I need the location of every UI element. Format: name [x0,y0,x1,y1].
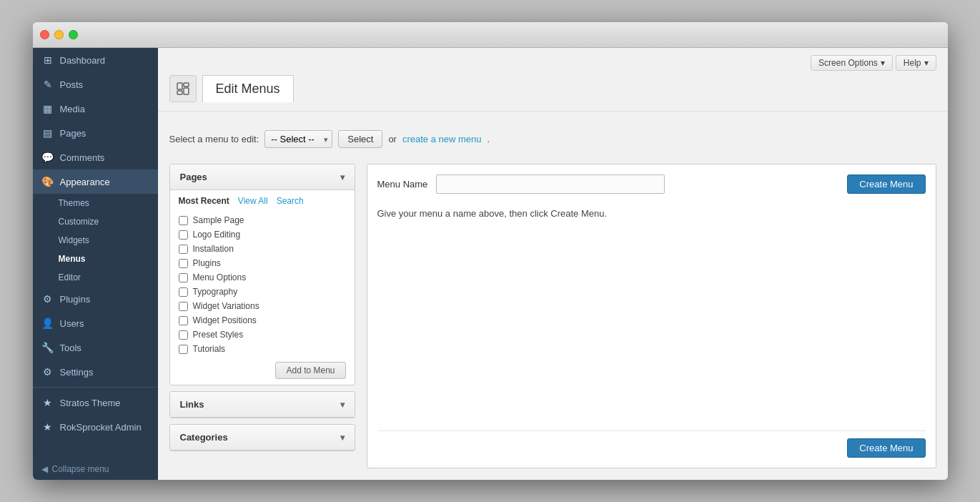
close-button[interactable] [40,30,49,39]
svg-rect-3 [177,91,182,94]
page-item-0[interactable]: Sample Page [179,213,346,227]
add-to-menu-row: Add to Menu [179,362,346,379]
page-checkbox-8[interactable] [179,330,188,340]
tab-most-recent[interactable]: Most Recent [179,196,229,206]
page-item-6[interactable]: Widget Variations [179,299,346,313]
stratos-icon: ★ [41,397,54,408]
categories-accordion-header[interactable]: Categories ▾ [170,425,355,451]
help-chevron-icon: ▾ [924,58,929,68]
sidebar-item-stratos[interactable]: ★ Stratos Theme [33,390,158,415]
plugins-icon: ⚙ [41,293,54,305]
page-checkbox-6[interactable] [179,302,188,311]
page-item-9[interactable]: Tutorials [179,342,346,356]
menu-select-dropdown[interactable]: -- Select -- [264,130,332,148]
page-label-7: Widget Positions [193,315,257,325]
or-text: or [388,134,397,144]
help-label: Help [904,58,921,68]
roksprocket-icon: ★ [41,421,54,433]
sidebar-item-settings-label: Settings [60,367,94,378]
links-accordion-header[interactable]: Links ▾ [170,392,355,418]
media-icon: ▦ [41,103,54,114]
collapse-menu-label: Collapse menu [52,464,109,474]
collapse-arrow-icon: ◀ [41,464,48,474]
sidebar-item-themes[interactable]: Themes [33,194,158,212]
page-checkbox-9[interactable] [179,345,188,354]
page-checkbox-3[interactable] [179,259,188,268]
select-wrapper: -- Select -- [264,130,332,148]
sidebar-item-menus[interactable]: Menus [33,250,158,268]
minimize-button[interactable] [54,30,64,39]
page-icon [169,75,197,102]
links-chevron-icon: ▾ [340,400,345,410]
sidebar-item-pages[interactable]: ▤ Pages [33,121,158,145]
page-checkbox-2[interactable] [179,245,188,254]
page-checkbox-7[interactable] [179,316,188,325]
sidebar-item-pages-label: Pages [60,128,86,139]
page-item-1[interactable]: Logo Editing [179,227,346,242]
add-to-menu-button[interactable]: Add to Menu [275,362,345,379]
dashboard-icon: ⊞ [41,54,54,66]
sidebar-item-customize[interactable]: Customize [33,212,158,231]
maximize-button[interactable] [69,30,78,39]
create-menu-button-bottom[interactable]: Create Menu [847,438,925,458]
pages-accordion: Pages ▾ Most Recent View All [169,164,355,385]
sidebar-item-tools-label: Tools [60,343,81,353]
sidebar-item-users[interactable]: 👤 Users [33,311,158,335]
page-item-2[interactable]: Installation [179,242,346,256]
page-label-6: Widget Variations [193,301,259,311]
tab-search[interactable]: Search [277,196,304,206]
page-label-2: Installation [193,244,234,254]
right-panel-footer: Create Menu [377,430,926,458]
page-checkbox-0[interactable] [179,216,188,225]
tab-view-all[interactable]: View All [238,196,268,206]
create-menu-button-top[interactable]: Create Menu [847,174,925,194]
page-checkbox-4[interactable] [179,273,188,282]
pages-tab-row: Most Recent View All Search [179,196,346,206]
page-label-9: Tutorials [193,344,226,354]
page-item-3[interactable]: Plugins [179,256,346,270]
sidebar-item-roksprocket[interactable]: ★ RokSprocket Admin [33,415,158,439]
sidebar-item-stratos-label: Stratos Theme [60,398,121,408]
menu-name-input[interactable] [436,174,665,194]
screen-options-button[interactable]: Screen Options ▾ [811,55,893,71]
titlebar [33,22,948,48]
page-item-5[interactable]: Typography [179,285,346,299]
page-label-1: Logo Editing [193,230,241,240]
page-item-7[interactable]: Widget Positions [179,313,346,328]
sidebar-item-comments[interactable]: 💬 Comments [33,145,158,169]
svg-rect-0 [177,83,182,89]
help-button[interactable]: Help ▾ [896,55,936,71]
appearance-icon: 🎨 [41,176,54,187]
sidebar-item-plugins[interactable]: ⚙ Plugins [33,287,158,311]
sidebar-item-media[interactable]: ▦ Media [33,97,158,121]
sidebar-item-tools[interactable]: 🔧 Tools [33,335,158,360]
svg-rect-1 [184,83,189,87]
left-panel: Pages ▾ Most Recent View All [169,164,355,468]
page-checkbox-1[interactable] [179,230,188,240]
page-label-0: Sample Page [193,215,244,225]
pages-checkbox-list: Sample Page Logo Editing Installation [179,213,346,356]
content-area: Select a menu to edit: -- Select -- Sele… [158,112,948,480]
sidebar-item-settings[interactable]: ⚙ Settings [33,360,158,384]
sidebar-item-appearance[interactable]: 🎨 Appearance [33,169,158,194]
page-item-4[interactable]: Menu Options [179,270,346,285]
pages-accordion-title: Pages [180,172,207,182]
right-panel: Menu Name Create Menu Give your menu a n… [367,164,936,468]
sidebar-item-widgets[interactable]: Widgets [33,231,158,250]
create-new-menu-link[interactable]: create a new menu [402,134,482,144]
two-column-layout: Pages ▾ Most Recent View All [169,164,936,468]
collapse-menu[interactable]: ◀ Collapse menu [33,458,158,480]
sidebar-item-dashboard-label: Dashboard [60,55,106,66]
sidebar-item-editor[interactable]: Editor [33,268,158,287]
period: . [487,134,490,144]
links-accordion: Links ▾ [169,391,355,418]
page-checkbox-5[interactable] [179,287,188,297]
page-item-8[interactable]: Preset Styles [179,328,346,342]
sidebar-item-posts[interactable]: ✎ Posts [33,72,158,97]
pages-accordion-header[interactable]: Pages ▾ [170,164,355,190]
main-content: Screen Options ▾ Help ▾ [158,48,948,480]
select-button[interactable]: Select [338,130,382,148]
page-label-8: Preset Styles [193,330,244,340]
comments-icon: 💬 [41,152,54,163]
sidebar-item-dashboard[interactable]: ⊞ Dashboard [33,48,158,72]
